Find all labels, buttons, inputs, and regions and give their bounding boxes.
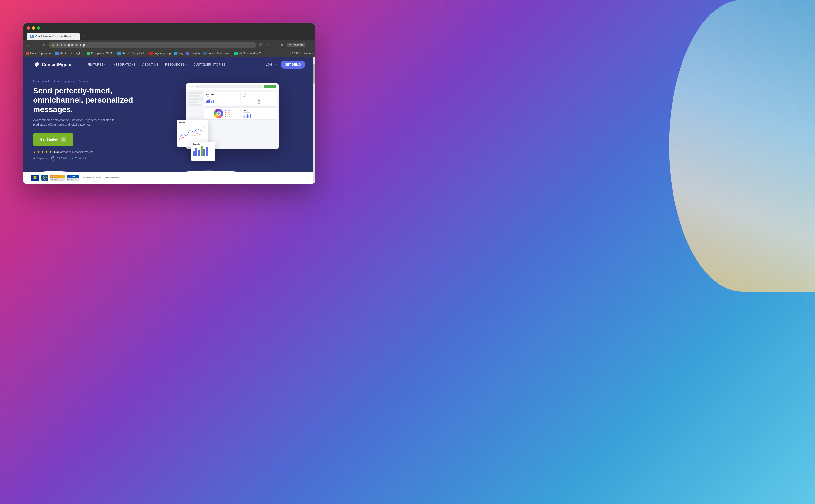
new-tab-btn[interactable]: + (81, 33, 87, 40)
back-btn[interactable]: ‹ (26, 42, 32, 48)
nav-stories[interactable]: CUSTOMER STORIES (193, 63, 226, 66)
mockup-dot-2 (192, 86, 193, 87)
float-card-2-content: Contacts (191, 142, 215, 157)
nav-integrations[interactable]: INTEGRATIONS (113, 63, 136, 66)
scrollbar[interactable] (313, 57, 315, 184)
star-rating: ★ ★ ★ ★ ★ (33, 150, 52, 154)
bookmark-blog[interactable]: blog (174, 52, 183, 55)
get-demo-btn[interactable]: GET DEMO (280, 61, 305, 69)
bookmark-label-notion: notion / Popupsm… (208, 52, 231, 55)
resources-chevron: ▾ (185, 63, 187, 66)
tab-favicon (30, 35, 34, 38)
stat-card-2: 111 Users (241, 92, 277, 106)
legend-item-2: SMS (225, 112, 230, 113)
forward-btn[interactable]: › (34, 42, 39, 48)
eu-star-spacer (33, 177, 34, 178)
hero-subtitle: Omnichannel Customer Engagement Platform (33, 80, 150, 83)
capterra-label: Capterra (37, 157, 47, 160)
eu-star (35, 177, 36, 178)
tab-close-btn[interactable]: × (75, 35, 77, 38)
float-title-1: Revenue (178, 121, 207, 123)
mockup-body: 3,161,096 Inbox (186, 90, 279, 121)
review-trustpilot: ★ Trustpilot (71, 156, 86, 160)
stat-label-1: Inbox (206, 96, 238, 97)
stat-card-pie: Email SMS Push (204, 108, 240, 119)
bar-4 (211, 101, 212, 103)
svg-rect-7 (292, 52, 293, 53)
browser-chrome: Omnichannel Customer Enga… × + ‹ › ↻ 🔒 c… (23, 23, 315, 57)
bookmark-gmail[interactable]: Gmail Popupsmart (26, 52, 52, 55)
epanek-bottom: 2014-2020 (50, 178, 65, 181)
review-sources: ✈ Capterra CROWD ★ Trustpilot (33, 156, 150, 161)
toolbar-actions: ☆ (257, 42, 313, 48)
bookmarks-bar: Gmail Popupsmart My Drive - Google… Popu… (23, 50, 315, 57)
bookmarks-overflow[interactable]: » All Bookmarks (289, 52, 313, 55)
hero-right: 3,161,096 Inbox (150, 77, 305, 167)
floating-card-2: Contacts (191, 142, 215, 161)
nav-stories-label: CUSTOMER STORIES (193, 63, 226, 66)
svg-point-10 (38, 63, 38, 64)
nav-about-label: ABOUT US (142, 63, 158, 66)
bookmark-popupsmart[interactable]: Popupsmart SEO… (87, 52, 115, 55)
ministry-seal (43, 176, 47, 180)
refresh-btn[interactable]: ↻ (41, 42, 47, 48)
nav-features[interactable]: FEATURES ▾ (87, 63, 106, 66)
browser-titlebar (23, 23, 315, 33)
get-started-label: Get Started (40, 138, 58, 141)
traffic-light-minimize[interactable] (32, 26, 35, 30)
sidebar-item-5 (188, 104, 201, 106)
active-tab[interactable]: Omnichannel Customer Enga… × (27, 33, 80, 40)
review-crowd: CROWD (51, 156, 67, 161)
stat-label-3: Campaigns (243, 111, 275, 113)
scrollbar-thumb[interactable] (313, 64, 315, 84)
espa-dates: 2014-2020 (67, 178, 73, 180)
bookmark-notion[interactable]: notion / Popupsm… (203, 52, 231, 55)
bookmark-icon-drive (55, 52, 59, 55)
bc2-bar-4 (201, 146, 202, 156)
sidebar-item-3 (188, 98, 203, 100)
bookmark-simplepopup[interactable]: Simple Popup Buil… (117, 52, 146, 55)
bookmark-grammarly[interactable]: My Grammarly – G… (234, 52, 264, 55)
star-2: ★ (37, 150, 40, 154)
site-logo[interactable]: ContactPigeon (33, 61, 73, 68)
stat-label-2: Users (243, 96, 275, 97)
menu-btn[interactable]: ⋮ (307, 42, 313, 48)
eu-star (36, 176, 37, 177)
mini-bar-6 (250, 114, 251, 118)
mini-bar-1 (243, 116, 244, 118)
nav-integrations-label: INTEGRATIONS (113, 63, 136, 66)
sidebar-item-4 (188, 101, 198, 103)
bookmark-drive[interactable]: My Drive - Google… (55, 52, 84, 55)
svg-point-2 (273, 44, 276, 46)
pocket-icon[interactable] (272, 42, 277, 48)
bookmark-icon-grammarly (234, 52, 237, 55)
eu-star (36, 178, 37, 179)
bookmark-icon-angular (149, 52, 153, 55)
float-title-2: Contacts (192, 143, 214, 145)
eu-star (34, 177, 35, 178)
epanek-top: EPAnEK (50, 175, 65, 178)
pie-legend: Email SMS Push (225, 110, 230, 117)
get-started-btn[interactable]: Get Started › (33, 133, 73, 146)
nav-about[interactable]: ABOUT US (142, 63, 158, 66)
bookmark-angular[interactable]: angular popup (149, 52, 171, 55)
stat-value-1: 3,161,096 (206, 94, 238, 96)
crowd-label: CROWD (57, 157, 67, 160)
bottom-section: EPAnEK 2014-2020 ΕΣΠΑ 2014-2020 (23, 164, 315, 184)
bookmark-dailybot[interactable]: DailyBot (186, 52, 200, 55)
traffic-light-close[interactable] (27, 26, 30, 30)
svg-point-5 (289, 44, 291, 45)
login-link[interactable]: LOG IN (266, 63, 277, 66)
traffic-light-maximize[interactable] (37, 26, 40, 30)
rating-row: ★ ★ ★ ★ ★ 4.9/5 across all customer revi… (33, 150, 150, 154)
bookmark-icon-notion (203, 52, 207, 55)
bookmark-star-icon[interactable]: ☆ (265, 42, 270, 48)
nav-resources-label: RESOURCES (165, 63, 185, 66)
eu-star (33, 178, 34, 179)
address-bar[interactable]: 🔒 contactpigeon.com/cp/ (49, 42, 255, 48)
reader-view-icon[interactable] (279, 42, 285, 48)
nav-resources[interactable]: RESOURCES ▾ (165, 63, 187, 66)
bar-chart-2 (192, 146, 214, 156)
bc2-bar-5 (203, 149, 205, 156)
bc2-bar-2 (195, 148, 197, 156)
